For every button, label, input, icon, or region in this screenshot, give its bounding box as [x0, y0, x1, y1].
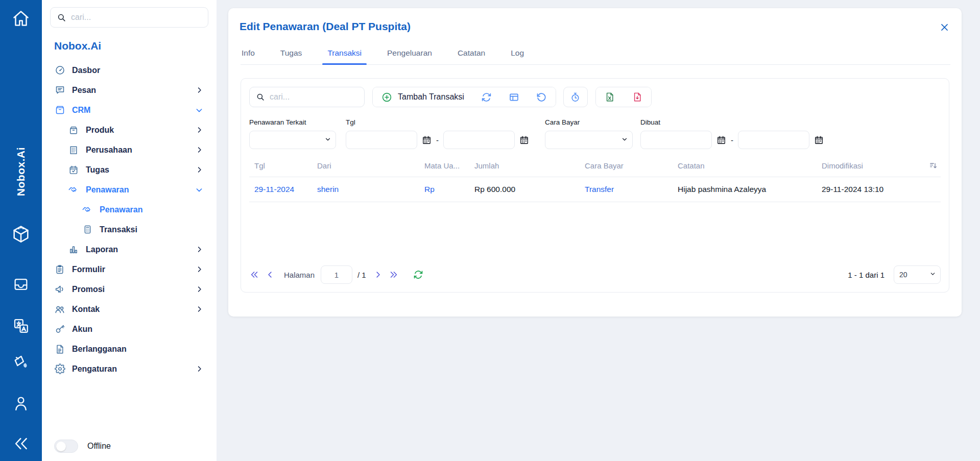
sidebar-item-berlangganan[interactable]: Berlangganan — [50, 339, 208, 359]
chevron-down-icon — [195, 106, 203, 114]
calendar-icon[interactable] — [519, 135, 529, 145]
translate-icon[interactable] — [0, 317, 42, 335]
filter-cara-bayar: Cara Bayar — [545, 118, 633, 149]
export-pdf-icon[interactable] — [624, 87, 651, 107]
search-icon — [57, 13, 66, 22]
table-view-icon[interactable] — [500, 87, 528, 107]
column-header[interactable]: Dari — [317, 161, 424, 170]
column-header[interactable]: Jumlah — [474, 161, 585, 170]
table-search[interactable] — [249, 87, 365, 107]
first-page-icon[interactable] — [249, 270, 259, 280]
refresh-icon[interactable] — [473, 87, 500, 107]
undo-icon[interactable] — [528, 87, 556, 107]
tab-log[interactable]: Log — [510, 44, 525, 64]
dibuat-from-input[interactable] — [640, 131, 712, 149]
page-size-select[interactable]: 20 — [894, 265, 941, 284]
dibuat-to-input[interactable] — [738, 131, 809, 149]
sidebar-item-laporan[interactable]: Laporan — [50, 239, 208, 259]
last-page-icon[interactable] — [389, 270, 399, 280]
table-search-input[interactable] — [270, 92, 358, 102]
sidebar-item-pesan[interactable]: Pesan — [50, 80, 208, 100]
page-label: Halaman — [284, 271, 315, 279]
add-transaksi-button[interactable]: Tambah Transaksi — [373, 87, 473, 107]
page-title: Edit Penawaran (Deal PT Puspita) — [240, 20, 411, 33]
bar-chart-icon — [68, 244, 79, 255]
sidebar-item-akun[interactable]: Akun — [50, 319, 208, 339]
column-header[interactable]: Catatan — [678, 161, 822, 170]
filter-penawaran-terkait: Penawaran Terkait — [249, 118, 336, 149]
sidebar-item-transaksi[interactable]: Transaksi — [50, 220, 208, 239]
sidebar-item-perusahaan[interactable]: Perusahaan — [50, 140, 208, 160]
tab-info[interactable]: Info — [241, 44, 256, 64]
sidebar-item-dasbor[interactable]: Dasbor — [50, 60, 208, 80]
sidebar-item-promosi[interactable]: Promosi — [50, 279, 208, 299]
collapse-sidebar-icon[interactable] — [0, 435, 42, 452]
export-excel-icon[interactable] — [596, 87, 624, 107]
sidebar-item-crm[interactable]: CRM — [50, 100, 208, 120]
row-catatan: Hijab pashmina Azaleyya — [678, 185, 822, 194]
chevron-right-icon — [196, 126, 203, 134]
archive-icon — [54, 105, 65, 116]
chevron-right-icon — [196, 365, 203, 373]
row-jumlah: Rp 600.000 — [474, 185, 585, 194]
reload-icon[interactable] — [413, 270, 423, 280]
sidebar-search[interactable] — [50, 7, 208, 28]
row-dimodifikasi: 29-11-2024 13:10 — [822, 185, 916, 194]
stopwatch-icon[interactable] — [563, 87, 588, 107]
sidebar-item-produk[interactable]: Produk — [50, 120, 208, 140]
column-header[interactable]: Dimodifikasi — [822, 161, 916, 170]
sidebar-item-formulir[interactable]: Formulir — [50, 259, 208, 279]
inbox-icon[interactable] — [0, 276, 42, 293]
sidebar-item-pengaturan[interactable]: Pengaturan — [50, 359, 208, 379]
nobox-cube-icon — [0, 224, 42, 245]
sidebar-item-penawaran[interactable]: Penawaran — [50, 180, 208, 200]
calendar-icon[interactable] — [422, 135, 432, 145]
tgl-to-input[interactable] — [443, 131, 515, 149]
prev-page-icon[interactable] — [266, 270, 275, 279]
row-cara-bayar-link[interactable]: Transfer — [585, 185, 614, 193]
cara-bayar-select[interactable] — [545, 131, 633, 149]
sidebar-item-kontak[interactable]: Kontak — [50, 299, 208, 319]
main-area: Edit Penawaran (Deal PT Puspita) Info Tu… — [217, 0, 980, 461]
export-button-group — [595, 87, 652, 107]
tgl-from-input[interactable] — [346, 131, 417, 149]
page-number-input[interactable] — [321, 265, 352, 284]
chevron-right-icon — [196, 166, 203, 174]
chevron-down-icon — [195, 186, 203, 194]
tab-catatan[interactable]: Catatan — [457, 44, 486, 64]
tab-tugas[interactable]: Tugas — [279, 44, 303, 64]
tab-pengeluaran[interactable]: Pengeluaran — [386, 44, 433, 64]
calendar-icon[interactable] — [716, 135, 726, 145]
box-icon — [68, 125, 79, 136]
chevron-right-icon — [196, 86, 203, 94]
tab-transaksi[interactable]: Transaksi — [326, 44, 363, 64]
column-header[interactable]: Mata Ua... — [424, 161, 474, 170]
user-icon[interactable] — [0, 394, 42, 413]
file-icon — [54, 344, 65, 355]
column-header[interactable]: Cara Bayar — [585, 161, 678, 170]
gauge-icon — [54, 65, 65, 76]
home-icon[interactable] — [0, 9, 42, 28]
sort-icon[interactable] — [929, 161, 941, 170]
penawaran-terkait-select[interactable] — [249, 131, 336, 149]
row-tgl-link[interactable]: 29-11-2024 — [254, 185, 294, 193]
users-icon — [54, 304, 65, 315]
plus-circle-icon — [381, 92, 392, 103]
sidebar-search-input[interactable] — [71, 13, 202, 22]
sidebar-item-penawaran-sub[interactable]: Penawaran — [50, 200, 208, 220]
sidebar-item-tugas[interactable]: Tugas — [50, 160, 208, 180]
paint-bucket-icon[interactable] — [0, 353, 42, 372]
row-dari-link[interactable]: sherin — [317, 185, 339, 193]
column-header[interactable]: Tgl — [249, 161, 317, 170]
next-page-icon[interactable] — [373, 270, 383, 279]
toolbar: Tambah Transaksi — [249, 87, 941, 107]
table-row[interactable]: 29-11-2024 sherin Rp Rp 600.000 Transfer… — [249, 177, 941, 202]
building-icon — [68, 144, 79, 156]
offline-toggle[interactable] — [54, 440, 78, 453]
close-icon[interactable] — [938, 20, 951, 36]
edit-penawaran-modal: Edit Penawaran (Deal PT Puspita) Info Tu… — [228, 8, 962, 317]
calendar-icon[interactable] — [814, 135, 824, 145]
calculator-icon — [82, 224, 93, 235]
row-mata-uang-link[interactable]: Rp — [424, 185, 435, 193]
filter-tgl: Tgl - — [346, 118, 529, 149]
